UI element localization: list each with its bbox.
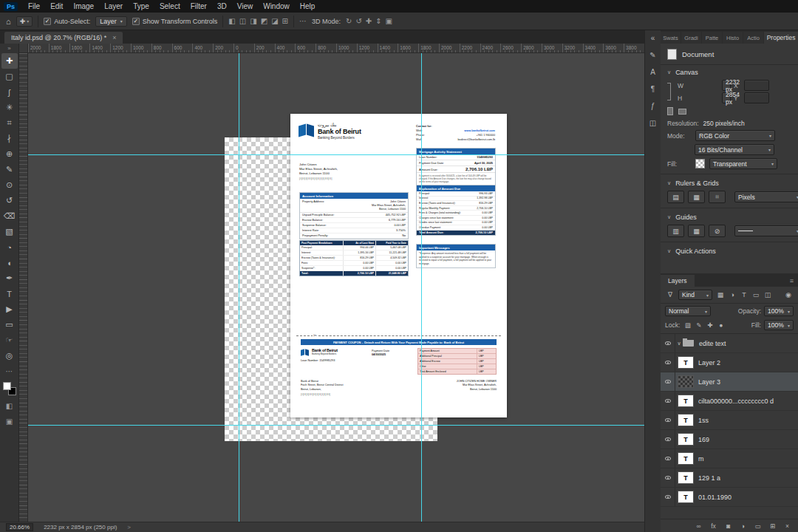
- gradient-tool[interactable]: ▧: [1, 224, 18, 239]
- auto-select-target-dropdown[interactable]: Layer ▾: [95, 16, 127, 27]
- guide-horizontal[interactable]: [28, 154, 644, 155]
- layer-visibility-icon[interactable]: [661, 449, 675, 468]
- rulers-grids-section-header[interactable]: ∨ Rulers & Grids: [661, 176, 798, 189]
- ruler-origin-corner[interactable]: [19, 44, 28, 53]
- quick-mask-icon[interactable]: ◧: [1, 398, 18, 414]
- layer-thumbnail[interactable]: T: [678, 434, 693, 445]
- color-swatches[interactable]: [3, 382, 16, 395]
- height-field[interactable]: 2854 px: [722, 92, 731, 103]
- guide-style-dropdown[interactable]: ▾: [734, 225, 798, 236]
- spot-healing-brush-tool[interactable]: ⊕: [1, 146, 18, 162]
- menu-item[interactable]: Layer: [99, 2, 128, 10]
- layer-visibility-icon[interactable]: [661, 430, 675, 449]
- hand-tool[interactable]: ☞: [1, 332, 18, 348]
- blur-tool[interactable]: ◔: [1, 239, 18, 255]
- auto-select-checkbox[interactable]: ✓ Auto-Select:: [44, 18, 90, 25]
- align-left-icon[interactable]: ◧: [228, 17, 235, 25]
- layer-row-m[interactable]: T m: [661, 449, 798, 468]
- path-selection-tool[interactable]: ▶: [1, 301, 18, 317]
- canvas-section-header[interactable]: ∨ Canvas: [661, 65, 798, 78]
- tool-preset-picker[interactable]: ✚ ▾: [16, 16, 33, 27]
- layer-visibility-icon[interactable]: [661, 411, 675, 429]
- blend-mode-dropdown[interactable]: Normal ▾: [665, 306, 711, 316]
- menu-item[interactable]: 3D: [212, 2, 232, 10]
- layer-visibility-icon[interactable]: [661, 372, 675, 391]
- layer-row-cilta[interactable]: T cilta000000...cccccccc0 d: [661, 392, 798, 411]
- new-guide-icon[interactable]: ▥: [667, 225, 684, 237]
- link-dimensions-icon[interactable]: [667, 83, 671, 100]
- collapse-panels-icon[interactable]: «: [651, 34, 655, 42]
- horizontal-type-tool[interactable]: T: [1, 286, 18, 301]
- menu-item[interactable]: File: [23, 2, 45, 10]
- dodge-tool[interactable]: ◖: [1, 255, 18, 270]
- document-tab[interactable]: Italy id.psd @ 20.7% (RGB/16) * ×: [4, 32, 123, 44]
- guide-layout-icon[interactable]: ▦: [688, 225, 705, 237]
- align-center-h-icon[interactable]: ◫: [239, 17, 246, 25]
- width-field[interactable]: 2232 px: [722, 80, 731, 91]
- layer-row-01-01-1990[interactable]: T 01.01.1990: [661, 488, 798, 507]
- fill-swatch[interactable]: [695, 159, 705, 168]
- glyphs-panel-icon[interactable]: ƒ: [651, 102, 655, 110]
- rectangle-tool[interactable]: ▭: [1, 317, 18, 332]
- opacity-dropdown[interactable]: 100% ▾: [764, 306, 794, 316]
- link-layers-icon[interactable]: ∞: [694, 522, 703, 530]
- guides-section-header[interactable]: ∨ Guides: [661, 210, 798, 223]
- show-transform-controls-checkbox[interactable]: ✓ Show Transform Controls: [132, 18, 218, 25]
- layer-effects-icon[interactable]: fx: [709, 522, 718, 530]
- foreground-color-swatch[interactable]: [3, 382, 11, 390]
- tab-layers[interactable]: Layers: [661, 275, 695, 287]
- pen-tool[interactable]: ✒: [1, 270, 18, 286]
- history-brush-tool[interactable]: ↺: [1, 193, 18, 208]
- tab-history[interactable]: Histo: [723, 32, 743, 44]
- panel-menu-icon[interactable]: ≡: [785, 275, 798, 287]
- layer-row-169[interactable]: T 169: [661, 430, 798, 449]
- layer-row-layer-3[interactable]: Layer 3: [661, 372, 798, 392]
- layer-group-edite-text[interactable]: ∨ edite text: [661, 334, 798, 353]
- tab-gradients[interactable]: Gradi: [681, 32, 701, 44]
- layer-thumbnail[interactable]: T: [678, 472, 693, 483]
- new-layer-icon[interactable]: ⊞: [768, 522, 777, 530]
- layer-visibility-icon[interactable]: [661, 334, 675, 352]
- home-icon[interactable]: ⌂: [6, 17, 11, 26]
- color-mode-dropdown[interactable]: RGB Color ▾: [695, 130, 775, 141]
- layer-thumbnail[interactable]: T: [678, 491, 693, 502]
- clone-stamp-tool[interactable]: ⊙: [1, 177, 18, 193]
- toggle-rulers-icon[interactable]: ▤: [667, 191, 684, 203]
- lock-image-pixels-icon[interactable]: ✎: [694, 321, 703, 329]
- align-right-icon[interactable]: ◨: [250, 17, 256, 25]
- menu-item[interactable]: Image: [68, 2, 99, 10]
- 3d-slide-icon[interactable]: ⇕: [375, 17, 381, 25]
- libraries-panel-icon[interactable]: ◫: [649, 119, 656, 127]
- tab-properties[interactable]: Properties: [764, 32, 798, 44]
- filter-toggle-icon[interactable]: ◉: [783, 291, 794, 299]
- eraser-tool[interactable]: ⌫: [1, 208, 18, 224]
- quick-selection-tool[interactable]: ✳: [1, 100, 18, 115]
- layer-thumbnail[interactable]: [678, 376, 693, 387]
- menu-item[interactable]: Edit: [45, 2, 68, 10]
- filter-adjustment-layers-icon[interactable]: ◑: [727, 291, 737, 299]
- layer-thumbnail[interactable]: T: [678, 357, 693, 368]
- lasso-tool[interactable]: ʃ: [1, 84, 18, 100]
- filter-pixel-layers-icon[interactable]: ▦: [715, 291, 726, 299]
- crop-tool[interactable]: ⌗: [1, 115, 18, 131]
- 3d-drag-icon[interactable]: ✚: [366, 17, 372, 25]
- layer-row-layer-2[interactable]: T Layer 2: [661, 353, 798, 372]
- status-chevron-icon[interactable]: >: [127, 524, 131, 531]
- layer-thumbnail[interactable]: [683, 340, 694, 347]
- guide-horizontal[interactable]: [28, 425, 644, 426]
- layer-visibility-icon[interactable]: [661, 353, 675, 372]
- group-expand-caret[interactable]: ∨: [675, 341, 683, 347]
- quick-actions-section-header[interactable]: ∨ Quick Actions: [661, 244, 798, 257]
- photoshop-app-icon[interactable]: Ps: [4, 2, 18, 11]
- portrait-orientation-icon[interactable]: [667, 107, 673, 115]
- guide-vertical[interactable]: [239, 53, 239, 522]
- clear-guides-icon[interactable]: ⊘: [709, 225, 726, 237]
- move-tool[interactable]: ✚: [1, 53, 18, 69]
- more-options-icon[interactable]: ⋯: [299, 17, 307, 25]
- snap-icon[interactable]: ⌗: [709, 191, 726, 203]
- zoom-level-field[interactable]: 20.66%: [6, 523, 33, 531]
- tab-patterns[interactable]: Patte: [702, 32, 722, 44]
- filter-kind-dropdown[interactable]: Kind ▾: [678, 290, 712, 300]
- character-panel-icon[interactable]: A: [650, 68, 655, 76]
- menu-item[interactable]: Help: [295, 2, 321, 10]
